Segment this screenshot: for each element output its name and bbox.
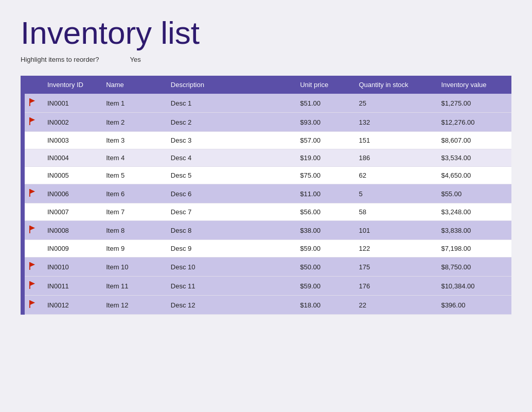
- cell-value: $1,275.00: [435, 94, 511, 113]
- table-row: IN0011Item 11Desc 11$59.00176$10,384.00: [25, 277, 511, 296]
- col-unit-price: Unit price: [294, 76, 352, 94]
- cell-name: Item 7: [100, 203, 165, 221]
- cell-name: Item 4: [100, 149, 165, 167]
- cell-name: Item 5: [100, 167, 165, 184]
- svg-rect-9: [29, 262, 30, 270]
- inventory-table: Inventory ID Name Description Unit price…: [25, 76, 511, 315]
- highlight-label: Highlight items to reorder?: [21, 56, 99, 63]
- cell-id: IN0002: [41, 113, 100, 132]
- page: Inventory list Highlight items to reorde…: [0, 0, 532, 330]
- col-flag: [25, 76, 41, 94]
- cell-name: Item 9: [100, 240, 165, 258]
- table-row: IN0008Item 8Desc 8$38.00101$3,838.00: [25, 221, 511, 240]
- flag-icon: [29, 191, 36, 198]
- cell-name: Item 6: [100, 184, 165, 203]
- flag-cell: [25, 132, 41, 149]
- cell-qty: 62: [352, 167, 435, 184]
- cell-value: $3,838.00: [435, 221, 511, 240]
- cell-name: Item 12: [100, 296, 165, 315]
- cell-value: $12,276.00: [435, 113, 511, 132]
- cell-name: Item 1: [100, 94, 165, 113]
- flag-cell: [25, 113, 41, 132]
- page-title: Inventory list: [21, 15, 511, 50]
- flag-cell: [25, 240, 41, 258]
- table-row: IN0004Item 4Desc 4$19.00186$3,534.00: [25, 149, 511, 167]
- flag-icon: [29, 100, 36, 108]
- svg-marker-10: [30, 281, 35, 286]
- table-row: IN0003Item 3Desc 3$57.00151$8,607.00: [25, 132, 511, 149]
- cell-qty: 101: [352, 221, 435, 240]
- flag-cell: [25, 203, 41, 221]
- cell-id: IN0006: [41, 184, 100, 203]
- svg-rect-3: [29, 117, 30, 125]
- cell-price: $56.00: [294, 203, 352, 221]
- table-row: IN0006Item 6Desc 6$11.005$55.00: [25, 184, 511, 203]
- cell-qty: 58: [352, 203, 435, 221]
- table-row: IN0005Item 5Desc 5$75.0062$4,650.00: [25, 167, 511, 184]
- svg-marker-8: [30, 262, 35, 267]
- svg-marker-12: [30, 300, 35, 305]
- cell-value: $3,534.00: [435, 149, 511, 167]
- flag-icon: [29, 227, 36, 235]
- cell-desc: Desc 5: [165, 167, 294, 184]
- cell-desc: Desc 3: [165, 132, 294, 149]
- cell-qty: 132: [352, 113, 435, 132]
- cell-desc: Desc 4: [165, 149, 294, 167]
- cell-name: Item 11: [100, 277, 165, 296]
- cell-desc: Desc 7: [165, 203, 294, 221]
- svg-rect-11: [29, 281, 30, 289]
- highlight-value: Yes: [130, 56, 140, 63]
- cell-desc: Desc 8: [165, 221, 294, 240]
- table-body: IN0001Item 1Desc 1$51.0025$1,275.00 IN00…: [25, 94, 511, 315]
- col-inventory-value: Inventory value: [435, 76, 511, 94]
- cell-desc: Desc 6: [165, 184, 294, 203]
- svg-marker-2: [30, 117, 35, 122]
- flag-icon: [29, 119, 36, 127]
- svg-rect-13: [29, 300, 30, 308]
- cell-value: $4,650.00: [435, 167, 511, 184]
- table-row: IN0001Item 1Desc 1$51.0025$1,275.00: [25, 94, 511, 113]
- cell-price: $19.00: [294, 149, 352, 167]
- table-row: IN0002Item 2Desc 2$93.00132$12,276.00: [25, 113, 511, 132]
- accent-bar: [21, 76, 25, 315]
- svg-rect-1: [29, 98, 30, 106]
- cell-name: Item 2: [100, 113, 165, 132]
- cell-desc: Desc 1: [165, 94, 294, 113]
- flag-icon: [29, 264, 36, 271]
- cell-desc: Desc 2: [165, 113, 294, 132]
- flag-cell: [25, 277, 41, 296]
- table-row: IN0009Item 9Desc 9$59.00122$7,198.00: [25, 240, 511, 258]
- cell-qty: 25: [352, 94, 435, 113]
- cell-value: $8,607.00: [435, 132, 511, 149]
- cell-price: $38.00: [294, 221, 352, 240]
- cell-id: IN0004: [41, 149, 100, 167]
- cell-price: $93.00: [294, 113, 352, 132]
- inventory-table-wrapper: Inventory ID Name Description Unit price…: [21, 76, 511, 315]
- cell-qty: 175: [352, 258, 435, 277]
- cell-price: $51.00: [294, 94, 352, 113]
- table-header: Inventory ID Name Description Unit price…: [25, 76, 511, 94]
- svg-marker-4: [30, 189, 35, 194]
- cell-id: IN0011: [41, 277, 100, 296]
- cell-id: IN0008: [41, 221, 100, 240]
- cell-id: IN0005: [41, 167, 100, 184]
- svg-marker-6: [30, 226, 35, 230]
- cell-value: $8,750.00: [435, 258, 511, 277]
- cell-price: $18.00: [294, 296, 352, 315]
- cell-price: $75.00: [294, 167, 352, 184]
- cell-price: $59.00: [294, 277, 352, 296]
- cell-name: Item 10: [100, 258, 165, 277]
- cell-desc: Desc 10: [165, 258, 294, 277]
- cell-qty: 186: [352, 149, 435, 167]
- cell-id: IN0009: [41, 240, 100, 258]
- svg-rect-5: [29, 189, 30, 197]
- cell-value: $3,248.00: [435, 203, 511, 221]
- cell-price: $11.00: [294, 184, 352, 203]
- col-name: Name: [100, 76, 165, 94]
- flag-icon: [29, 302, 36, 310]
- highlight-setting: Highlight items to reorder? Yes: [21, 56, 511, 63]
- flag-icon: [29, 283, 36, 290]
- flag-cell: [25, 167, 41, 184]
- cell-value: $396.00: [435, 296, 511, 315]
- cell-id: IN0001: [41, 94, 100, 113]
